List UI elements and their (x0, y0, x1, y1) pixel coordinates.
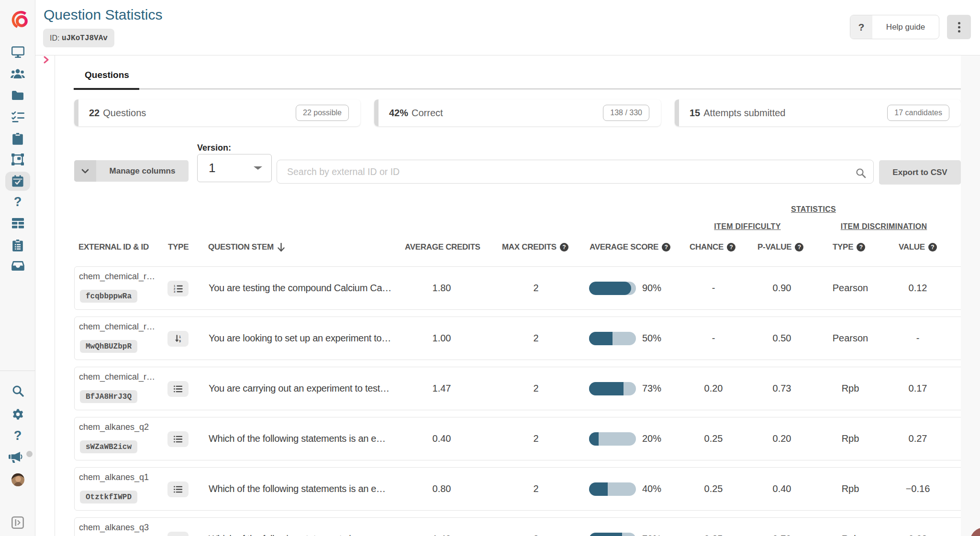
svg-text:1: 1 (179, 335, 181, 339)
svg-text:?: ? (14, 430, 22, 443)
svg-text:9: 9 (179, 339, 181, 343)
svg-text:3: 3 (174, 290, 176, 293)
svg-text:?: ? (14, 196, 22, 209)
